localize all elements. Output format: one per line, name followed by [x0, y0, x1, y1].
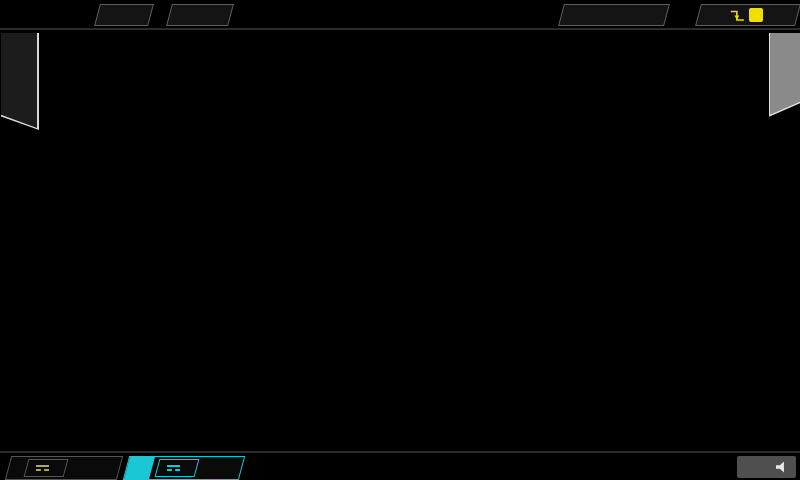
waveform-display[interactable]	[0, 0, 800, 480]
measurement-row	[0, 434, 800, 450]
horizontal-position-preview[interactable]	[288, 0, 536, 28]
run-state-badge[interactable]	[94, 4, 154, 26]
speaker-icon	[776, 462, 787, 473]
menu-tab-horizontal-face[interactable]	[1, 33, 37, 128]
trigger-settings-badge[interactable]	[695, 4, 800, 26]
timebase-badge[interactable]	[166, 4, 234, 26]
channel2-status-badge[interactable]	[123, 456, 245, 480]
channel1-scale-box	[24, 459, 69, 477]
dc-coupling-icon	[167, 465, 180, 471]
channel1-status-badge[interactable]	[5, 456, 123, 480]
falling-edge-trigger-icon	[730, 8, 745, 23]
channel2-scale-box	[155, 459, 200, 477]
delay-readout-badge[interactable]	[558, 4, 670, 26]
oscilloscope-screen	[0, 0, 800, 480]
dc-coupling-icon	[36, 465, 49, 471]
clock	[737, 456, 796, 478]
menu-tab-horizontal[interactable]	[1, 33, 39, 130]
bottom-status-bar	[0, 451, 800, 480]
trigger-source-chip	[749, 8, 763, 22]
top-status-bar	[0, 0, 800, 30]
channel2-number-cell	[124, 457, 155, 479]
